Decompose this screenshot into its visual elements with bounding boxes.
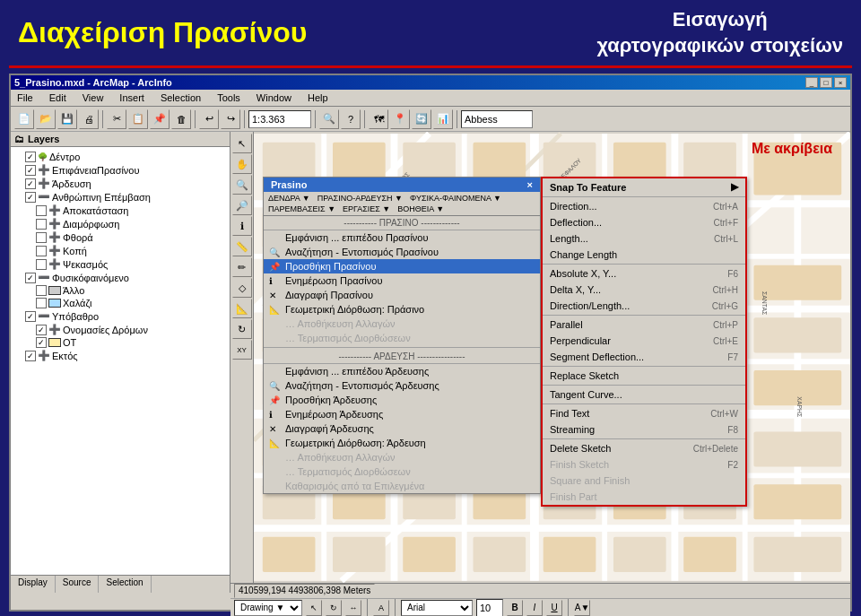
menu-voitheia[interactable]: ΒΟΗΘΕΙΑ ▼ bbox=[394, 204, 448, 214]
menu-ergasies[interactable]: ΕΡΓΑΣΙΕΣ ▼ bbox=[339, 204, 394, 214]
menu-file[interactable]: File bbox=[14, 91, 36, 104]
map-btn2[interactable]: 📍 bbox=[390, 109, 410, 129]
menu-diagrafi-prasinou[interactable]: ✕ Διαγραφή Πρασίνου bbox=[264, 288, 540, 302]
toc-item-fthora[interactable]: ➕ Φθορά bbox=[36, 230, 226, 244]
minimize-button[interactable]: _ bbox=[805, 77, 818, 88]
save-button[interactable]: 💾 bbox=[57, 109, 77, 129]
toc-item-ektos[interactable]: ➕ Εκτός bbox=[25, 349, 226, 362]
menu-dendra[interactable]: ΔΕΝΔΡΑ ▼ bbox=[265, 193, 314, 204]
toc-item-ot[interactable]: ΟΤ bbox=[36, 336, 226, 349]
rotate-drawing[interactable]: ↻ bbox=[326, 600, 342, 616]
diamorfosi-checkbox[interactable] bbox=[36, 219, 47, 230]
snap-delete-sketch[interactable]: Delete Sketch Ctrl+Delete bbox=[543, 440, 745, 456]
toc-item-diamorfosi[interactable]: ➕ Διαμόρφωση bbox=[36, 217, 226, 230]
menu-anazitisi-prasinou[interactable]: 🔍 Αναζήτηση - Εντοπισμός Πρασίνου bbox=[264, 245, 540, 259]
menu-selection[interactable]: Selection bbox=[158, 91, 204, 104]
allo-checkbox[interactable] bbox=[36, 285, 47, 296]
snap-change-length[interactable]: Change Length bbox=[543, 247, 745, 263]
toc-item-allo[interactable]: Άλλο bbox=[36, 284, 226, 297]
menu-insert[interactable]: Insert bbox=[117, 91, 147, 104]
snap-streaming[interactable]: Streaming F8 bbox=[543, 421, 745, 438]
snap-abs-xy[interactable]: Absolute X, Y... F6 bbox=[543, 265, 745, 282]
menu-fysika[interactable]: ΦΥΣΙΚΑ-ΦΑΙΝΟΜΕΝΑ ▼ bbox=[406, 193, 505, 204]
snap-length[interactable]: Length... Ctrl+L bbox=[543, 230, 745, 247]
underline-button[interactable]: U bbox=[546, 600, 562, 616]
toc-item-epifaneia[interactable]: ➕ ΕπιφάνειαΠρασίνου bbox=[25, 163, 226, 177]
menu-enimeros-ardeysi[interactable]: ℹ Ενημέρωση Άρδευσης bbox=[264, 407, 540, 421]
fthora-checkbox[interactable] bbox=[36, 232, 47, 243]
epifaneia-checkbox[interactable] bbox=[25, 165, 36, 176]
menu-enimeros-prasinou[interactable]: ℹ Ενημέρωση Πρασίνου bbox=[264, 273, 540, 288]
toc-item-kopi[interactable]: ➕ Κοπή bbox=[36, 244, 226, 257]
font-dropdown[interactable]: Arial bbox=[401, 600, 473, 616]
menu-diagrafi-ardeysi[interactable]: ✕ Διαγραφή Άρδευσης bbox=[264, 421, 540, 436]
bold-button[interactable]: B bbox=[507, 600, 523, 616]
menu-close[interactable]: × bbox=[527, 179, 533, 190]
pan-tool[interactable]: ✋ bbox=[232, 154, 252, 174]
tab-selection[interactable]: Selection bbox=[99, 576, 151, 593]
menu-prosthiki-prasinou[interactable]: 📌 Προσθήκη Πρασίνου bbox=[264, 259, 540, 273]
select-tool[interactable]: ↖ bbox=[232, 134, 252, 153]
zoom-in-btn[interactable]: 🔍 bbox=[319, 109, 339, 129]
map-btn4[interactable]: 📊 bbox=[433, 109, 453, 129]
ypovathro-checkbox[interactable] bbox=[25, 311, 36, 322]
snap-seg-deflection[interactable]: Segment Deflection... F7 bbox=[543, 349, 745, 365]
toc-item-fysiko[interactable]: ➖ Φυσικόφαινόμενο bbox=[25, 271, 226, 284]
rotate-tool[interactable]: ↻ bbox=[232, 319, 252, 339]
snap-deflection[interactable]: Deflection... Ctrl+F bbox=[543, 214, 745, 230]
map-btn3[interactable]: 🔄 bbox=[412, 109, 431, 129]
text-color-A[interactable]: A bbox=[373, 600, 389, 616]
measure-tool[interactable]: 📏 bbox=[232, 237, 252, 256]
toc-item-anthropini[interactable]: ➖ Ανθρώπινη Επέμβαση bbox=[25, 190, 226, 204]
menu-parembasis[interactable]: ΠΑΡΕΜΒΑΣΕΙΣ ▼ bbox=[265, 204, 339, 214]
zoom-out-tool[interactable]: 🔎 bbox=[232, 195, 252, 215]
snap-header[interactable]: Snap To Feature ▶ bbox=[543, 178, 745, 195]
snap-find-text[interactable]: Find Text Ctrl+W bbox=[543, 405, 745, 421]
snap-perpendicular[interactable]: Perpendicular Ctrl+E bbox=[543, 333, 745, 349]
snap-direction[interactable]: Direction... Ctrl+A bbox=[543, 198, 745, 214]
snap-tangent-curve[interactable]: Tangent Curve... bbox=[543, 386, 745, 403]
toc-item-chalazi[interactable]: Χαλάζι bbox=[36, 297, 226, 309]
flip-h[interactable]: ↔ bbox=[345, 600, 361, 616]
kopi-checkbox[interactable] bbox=[36, 246, 47, 256]
new-button[interactable]: 📄 bbox=[14, 109, 34, 129]
vertex-tool[interactable]: ◇ bbox=[232, 278, 252, 298]
map-canvas[interactable]: ΑΜΑΖΟΝΟΣ ΚΕΦΑΛΟΥ ΠΑΡΘΕΝΟΣ ΑΡΕΣ ΣΑΝΤΑΣ ΧΑ… bbox=[254, 132, 850, 583]
drawing-dropdown[interactable]: Drawing ▼ bbox=[234, 600, 302, 616]
menu-tools[interactable]: Tools bbox=[214, 91, 243, 104]
menu-window[interactable]: Window bbox=[254, 91, 294, 104]
help-btn[interactable]: ? bbox=[341, 109, 361, 129]
sketch-tool[interactable]: 📐 bbox=[232, 299, 252, 318]
ektos-checkbox[interactable] bbox=[25, 351, 36, 361]
dentro-checkbox[interactable] bbox=[25, 152, 36, 162]
toc-item-dentro[interactable]: 🌳 Δέντρο bbox=[25, 151, 226, 163]
snap-replace-sketch[interactable]: Replace Sketch bbox=[543, 368, 745, 384]
apokatastasi-checkbox[interactable] bbox=[36, 205, 47, 216]
snap-dir-length[interactable]: Direction/Length... Ctrl+G bbox=[543, 298, 745, 314]
close-button[interactable]: × bbox=[834, 77, 847, 88]
snap-parallel[interactable]: Parallel Ctrl+P bbox=[543, 317, 745, 333]
tab-display[interactable]: Display bbox=[11, 576, 56, 593]
menu-prasino-ardeysi[interactable]: ΠΡΑΣΙΝΟ-ΑΡΔΕΥΣΗ ▼ bbox=[314, 193, 406, 204]
toc-item-psekasmos[interactable]: ➕ Ψεκασμός bbox=[36, 257, 226, 271]
print-button[interactable]: 🖨 bbox=[79, 109, 99, 129]
anthropini-checkbox[interactable] bbox=[25, 192, 36, 203]
menu-help[interactable]: Help bbox=[305, 91, 331, 104]
font-color-button[interactable]: A▼ bbox=[574, 600, 590, 616]
abbess-input[interactable] bbox=[461, 110, 533, 128]
menu-geometriki-ardeysi[interactable]: 📐 Γεωμετρική Διόρθωση: Άρδευση bbox=[264, 436, 540, 450]
cut-button[interactable]: ✂ bbox=[107, 109, 126, 129]
font-size-input[interactable] bbox=[476, 599, 503, 616]
toc-item-ardeysi[interactable]: ➕ Άρδευση bbox=[25, 177, 226, 190]
ardeysi-checkbox[interactable] bbox=[25, 178, 36, 189]
ot-checkbox[interactable] bbox=[36, 337, 47, 348]
zoom-in-tool[interactable]: 🔍 bbox=[232, 175, 252, 195]
undo-button[interactable]: ↩ bbox=[199, 109, 219, 129]
psekasmos-checkbox[interactable] bbox=[36, 259, 47, 270]
tab-source[interactable]: Source bbox=[56, 576, 100, 593]
redo-button[interactable]: ↪ bbox=[221, 109, 240, 129]
menu-view[interactable]: View bbox=[80, 91, 107, 104]
snap-delta-xy[interactable]: Delta X, Y... Ctrl+H bbox=[543, 282, 745, 298]
menu-geometriki-prasino[interactable]: 📐 Γεωμετρική Διόρθωση: Πράσινο bbox=[264, 302, 540, 317]
toc-item-ypovathro[interactable]: ➖ Υπόβαθρο bbox=[25, 309, 226, 323]
